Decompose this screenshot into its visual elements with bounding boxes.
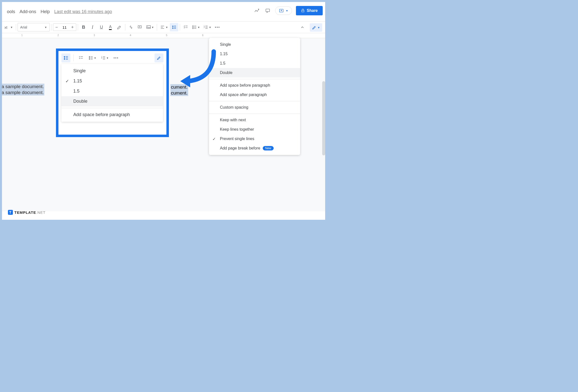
- caret-down-icon: ▼: [94, 57, 96, 59]
- custom-spacing[interactable]: Custom spacing: [209, 103, 300, 112]
- svg-point-26: [89, 59, 90, 60]
- ruler[interactable]: 1 2 3 4 5 6: [2, 33, 325, 38]
- size-plus[interactable]: +: [69, 25, 76, 30]
- more-button-zoom[interactable]: •••: [112, 53, 121, 62]
- line-spacing-menu: Single ✓1.15 1.5 Double Add space before…: [209, 38, 300, 155]
- editing-mode-zoom[interactable]: [154, 53, 163, 62]
- svg-marker-35: [180, 75, 190, 87]
- font-size-stepper[interactable]: − 11 +: [53, 24, 76, 31]
- spacing-single-zoom[interactable]: Single: [61, 66, 163, 76]
- line-spacing-button[interactable]: [170, 23, 178, 31]
- share-label: Share: [307, 8, 318, 13]
- bullet-list-button-zoom[interactable]: ▼: [87, 53, 98, 62]
- share-button[interactable]: Share: [296, 6, 323, 15]
- check-icon: ✓: [65, 79, 69, 84]
- separator: [125, 24, 125, 30]
- check-icon: ✓: [212, 137, 216, 141]
- add-space-before-zoom[interactable]: Add space before paragraph: [61, 110, 163, 120]
- separator: [51, 24, 51, 30]
- separator: [180, 24, 180, 30]
- keep-lines-together[interactable]: Keep lines together: [209, 125, 300, 134]
- ruler-tick: 2: [57, 34, 59, 37]
- font-dropdown[interactable]: Arial ▼: [18, 23, 50, 31]
- menubar: ools Add-ons Help Last edit was 16 minut…: [2, 2, 325, 21]
- more-button[interactable]: •••: [213, 23, 222, 31]
- divider: [61, 108, 163, 108]
- prevent-single-lines[interactable]: ✓Prevent single lines: [209, 134, 300, 143]
- comment-button[interactable]: [136, 23, 144, 31]
- svg-text:2: 2: [204, 27, 205, 28]
- separator: [73, 54, 74, 61]
- caret-down-icon: ▼: [318, 26, 320, 29]
- toolbar: xt ▼ Arial ▼ − 11 + B I U A ▼: [2, 21, 325, 33]
- spacing-15[interactable]: 1.5: [209, 59, 300, 68]
- logo-icon: T: [8, 210, 13, 215]
- numbered-list-button-zoom[interactable]: 12 ▼: [99, 53, 110, 62]
- editing-mode-button[interactable]: ▼: [310, 23, 322, 32]
- comments-icon[interactable]: [264, 7, 271, 14]
- image-button[interactable]: ▼: [144, 23, 155, 31]
- bold-button[interactable]: B: [80, 23, 88, 31]
- last-edit-link[interactable]: Last edit was 16 minutes ago: [54, 9, 112, 14]
- separator: [157, 24, 157, 30]
- menu-help[interactable]: Help: [41, 9, 50, 14]
- spacing-115-zoom[interactable]: ✓1.15: [61, 76, 163, 86]
- ruler-tick: 3: [94, 34, 95, 37]
- app-window: ools Add-ons Help Last edit was 16 minut…: [2, 2, 325, 220]
- spacing-15-zoom[interactable]: 1.5: [61, 86, 163, 96]
- spacing-double-zoom[interactable]: Double: [61, 96, 163, 106]
- svg-point-10: [193, 26, 193, 27]
- highlight-button[interactable]: [115, 23, 124, 31]
- align-button[interactable]: ▼: [158, 23, 169, 31]
- ruler-tick: 4: [130, 34, 131, 37]
- text-color-button[interactable]: A: [106, 23, 115, 31]
- caret-down-icon: ▼: [286, 9, 288, 12]
- separator: [16, 24, 16, 30]
- ruler-tick: 5: [166, 34, 167, 37]
- caret-down-icon: ▼: [197, 26, 200, 29]
- caret-down-icon: ▼: [106, 57, 109, 59]
- checklist-button[interactable]: [182, 23, 190, 31]
- caret-down-icon: ▼: [151, 26, 154, 29]
- collapse-toolbar-button[interactable]: [297, 22, 307, 33]
- activity-icon[interactable]: [253, 7, 260, 14]
- add-space-before[interactable]: Add space before paragraph: [209, 81, 300, 90]
- add-space-after[interactable]: Add space after paragraph: [209, 90, 300, 99]
- scrollbar-thumb[interactable]: [322, 81, 325, 155]
- link-button[interactable]: [127, 23, 135, 31]
- caret-down-icon: ▼: [209, 26, 211, 29]
- divider: [209, 101, 300, 101]
- svg-point-24: [89, 56, 90, 57]
- ruler-tick: 6: [202, 34, 203, 37]
- svg-point-25: [89, 58, 90, 58]
- keep-with-next[interactable]: Keep with next: [209, 115, 300, 125]
- bullet-list-button[interactable]: ▼: [191, 23, 201, 31]
- divider: [209, 114, 300, 114]
- checklist-button-zoom[interactable]: [77, 53, 86, 62]
- size-value[interactable]: 11: [60, 25, 69, 29]
- spacing-double[interactable]: Double: [209, 68, 300, 78]
- separator: [78, 24, 78, 30]
- page-break-before[interactable]: Add page break beforeNew: [209, 143, 300, 153]
- caret-down-icon: ▼: [10, 26, 13, 29]
- size-minus[interactable]: −: [53, 25, 60, 30]
- styles-dropdown[interactable]: xt ▼: [3, 23, 14, 31]
- ruler-tick: 1: [21, 34, 23, 37]
- sample-text: a sample document. a sample document.: [2, 84, 44, 95]
- svg-rect-3: [146, 26, 150, 28]
- svg-point-12: [193, 28, 193, 29]
- svg-point-11: [193, 27, 193, 28]
- menu-addons[interactable]: Add-ons: [20, 9, 36, 14]
- line-spacing-button-zoom[interactable]: [61, 53, 70, 62]
- menu-tools[interactable]: ools: [7, 9, 15, 14]
- line-spacing-menu-zoom: Single ✓1.15 1.5 Double Add space before…: [61, 64, 163, 122]
- underline-button[interactable]: U: [97, 23, 106, 31]
- divider: [209, 79, 300, 79]
- spacing-single[interactable]: Single: [209, 40, 300, 49]
- callout-zoom: ▼ 12 ▼ ••• Single ✓1.15 1.5 Double Add s…: [56, 48, 169, 137]
- numbered-list-button[interactable]: 12 ▼: [202, 23, 213, 31]
- spacing-115[interactable]: ✓1.15: [209, 49, 300, 59]
- svg-text:2: 2: [101, 57, 102, 59]
- italic-button[interactable]: I: [88, 23, 97, 31]
- present-button[interactable]: ▼: [275, 6, 292, 15]
